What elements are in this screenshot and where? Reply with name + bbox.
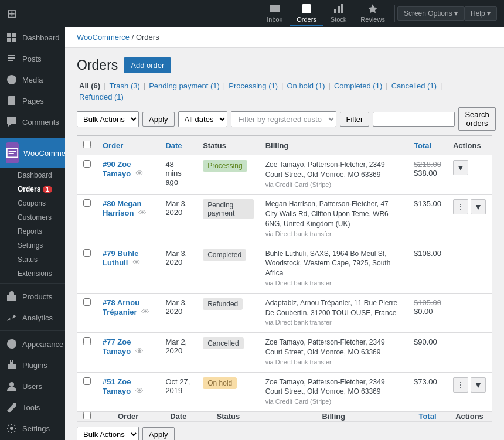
orders-nav[interactable]: Orders: [290, 1, 323, 26]
date-filter-select[interactable]: All dates: [178, 111, 227, 127]
col-order-footer[interactable]: Order: [97, 411, 159, 421]
sidebar-item-settings[interactable]: Settings: [0, 418, 65, 439]
expand-action-button[interactable]: ⋮: [453, 199, 468, 214]
svg-point-24: [10, 427, 13, 430]
sidebar-item-dashboard[interactable]: Dashboard: [0, 27, 65, 48]
filter-button[interactable]: Filter: [340, 112, 370, 127]
sidebar-sub-coupons[interactable]: Coupons: [0, 196, 65, 210]
view-action-button[interactable]: ▼: [471, 199, 486, 214]
sidebar-item-plugins[interactable]: Plugins: [0, 354, 65, 376]
eye-icon[interactable]: 👁: [132, 258, 141, 267]
table-header-row: Order Date Status Billing Total Actions: [77, 136, 492, 155]
tab-completed[interactable]: Completed (1): [332, 80, 384, 91]
table-row: #51 Zoe Tamayo 👁Oct 27, 2019On holdZoe T…: [77, 372, 492, 411]
sidebar-item-tools[interactable]: Tools: [0, 397, 65, 418]
tab-pending[interactable]: Pending payment (1): [147, 80, 222, 91]
col-date-footer[interactable]: Date: [159, 411, 197, 421]
col-billing: Billing: [260, 136, 408, 155]
col-checkbox: [77, 136, 97, 155]
order-link[interactable]: #51 Zoe Tamayo: [103, 377, 131, 395]
total-main: $0.00: [414, 307, 441, 316]
sidebar-item-comments[interactable]: Comments: [0, 111, 65, 132]
sidebar-separator-2: [0, 283, 65, 284]
add-order-button[interactable]: Add order: [124, 57, 171, 73]
inbox-nav[interactable]: Inbox: [260, 1, 290, 26]
filter-tabs: All (6) | Trash (3) | Pending payment (1…: [77, 80, 492, 103]
expand-action-button[interactable]: ⋮: [453, 377, 468, 393]
sidebar-sub-extensions[interactable]: Extensions: [0, 267, 65, 281]
sidebar-item-analytics[interactable]: Analytics: [0, 307, 65, 328]
view-action-button[interactable]: ▼: [453, 160, 468, 175]
select-all-checkbox-footer[interactable]: [83, 412, 91, 419]
help-button[interactable]: Help ▾: [464, 6, 497, 21]
sidebar-item-products[interactable]: Products: [0, 286, 65, 307]
order-link[interactable]: #77 Zoe Tamayo: [103, 337, 131, 356]
view-action-button[interactable]: ▼: [471, 377, 486, 393]
tab-trash[interactable]: Trash (3): [107, 80, 142, 91]
sidebar-item-media[interactable]: Media: [0, 69, 65, 90]
search-input[interactable]: [373, 112, 455, 127]
top-bar: ⊞ Inbox Orders Stock Reviews Screen Opti…: [0, 0, 504, 27]
eye-icon[interactable]: 👁: [138, 208, 147, 217]
row-checkbox[interactable]: [83, 377, 91, 385]
eye-icon[interactable]: 👁: [135, 386, 144, 395]
tab-all[interactable]: All (6): [77, 80, 103, 91]
tab-refunded[interactable]: Refunded (1): [77, 91, 126, 103]
eye-icon[interactable]: 👁: [135, 346, 144, 356]
col-total-footer[interactable]: Total: [408, 411, 447, 421]
billing-info: Adaptabiz, Arnou Trépanier, 11 Rue Pierr…: [265, 298, 402, 328]
eye-icon[interactable]: 👁: [135, 169, 144, 178]
apply-button-bottom[interactable]: Apply: [142, 427, 175, 440]
sidebar-sub-settings[interactable]: Settings: [0, 238, 65, 253]
col-order[interactable]: Order: [97, 136, 159, 155]
order-link[interactable]: #78 Arnou Trépanier: [103, 298, 139, 316]
svg-rect-19: [8, 364, 16, 369]
col-status: Status: [197, 136, 259, 155]
col-total[interactable]: Total: [408, 136, 447, 155]
order-link[interactable]: #80 Megan Harrison: [103, 199, 141, 217]
row-checkbox[interactable]: [83, 298, 91, 306]
main-content: WooCommerce / Orders Orders Add order Al…: [65, 27, 504, 440]
stock-nav[interactable]: Stock: [323, 1, 354, 26]
sidebar-sub-orders[interactable]: Orders 1: [0, 182, 65, 196]
order-link[interactable]: #90 Zoe Tamayo: [103, 160, 131, 178]
sidebar-sub-reports[interactable]: Reports: [0, 224, 65, 238]
sidebar-separator-1: [0, 135, 65, 135]
col-billing-footer: Billing: [260, 411, 408, 421]
billing-via: via Direct bank transfer: [265, 279, 332, 286]
woocommerce-icon: [6, 142, 19, 163]
sidebar-sub-status[interactable]: Status: [0, 253, 65, 267]
col-actions-footer: Actions: [447, 411, 492, 421]
customer-filter-select[interactable]: Filter by registered customer: [231, 111, 336, 127]
row-checkbox[interactable]: [83, 249, 91, 257]
wp-logo: ⊞: [7, 6, 17, 21]
select-all-checkbox[interactable]: [83, 141, 91, 148]
row-checkbox[interactable]: [83, 160, 91, 168]
tab-cancelled[interactable]: Cancelled (1): [389, 80, 439, 91]
sidebar-item-appearance[interactable]: Appearance: [0, 333, 65, 354]
sidebar-sub-customers[interactable]: Customers: [0, 210, 65, 224]
sidebar-item-users[interactable]: Users: [0, 376, 65, 397]
row-checkbox[interactable]: [83, 337, 91, 345]
search-orders-button[interactable]: Search orders: [458, 107, 495, 131]
bulk-action-select-bottom[interactable]: Bulk Actions: [77, 427, 139, 440]
eye-icon[interactable]: 👁: [141, 307, 149, 316]
sidebar-item-pages[interactable]: Pages: [0, 90, 65, 111]
reviews-nav[interactable]: Reviews: [353, 1, 392, 26]
bulk-action-select-top[interactable]: Bulk Actions: [77, 111, 139, 127]
row-checkbox[interactable]: [83, 199, 91, 207]
screen-options-button[interactable]: Screen Options ▾: [397, 6, 464, 21]
total-main: $108.00: [414, 249, 441, 258]
sidebar-separator-3: [0, 330, 65, 331]
svg-rect-8: [7, 33, 11, 37]
sidebar-item-posts[interactable]: Posts: [0, 48, 65, 69]
orders-table: Order Date Status Billing Total Actions …: [77, 135, 492, 422]
col-date[interactable]: Date: [159, 136, 197, 155]
breadcrumb-parent[interactable]: WooCommerce: [77, 33, 130, 42]
svg-rect-11: [12, 38, 16, 42]
apply-button-top[interactable]: Apply: [142, 112, 175, 127]
tab-on-hold[interactable]: On hold (1): [284, 80, 327, 91]
sidebar-item-woocommerce[interactable]: WooCommerce: [0, 138, 65, 168]
sidebar-sub-woo-dashboard[interactable]: Dashboard: [0, 168, 65, 182]
tab-processing[interactable]: Processing (1): [226, 80, 280, 91]
